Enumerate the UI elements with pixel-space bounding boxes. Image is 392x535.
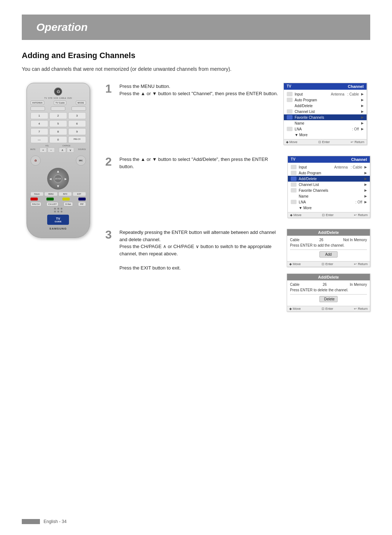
return-button[interactable]: Return — [30, 192, 44, 196]
channel-num-1: 26 — [319, 238, 323, 242]
top-buttons-row: ANTENNA TV Guide MODE — [30, 101, 86, 105]
channel-title-2: Channel — [351, 157, 367, 162]
func-btn-2[interactable] — [51, 106, 65, 111]
nav-left-arrow[interactable]: ◄ — [49, 177, 52, 181]
ch-page-label: CH/PAGE — [62, 145, 70, 147]
green-button[interactable] — [46, 198, 54, 200]
num-1[interactable]: 1 — [30, 112, 48, 119]
favorite-label-1: Favorite Channels — [295, 115, 359, 119]
num-4[interactable]: 4 — [30, 120, 48, 127]
channel-menu-panel-2: TV Channel Input Antenna : Cable ▶ Auto — [287, 156, 370, 218]
num-3[interactable]: 3 — [68, 112, 86, 119]
menu-row-favorite-1: Favorite Channels ▶ — [284, 114, 367, 120]
antenna-val-2: Antenna : Cable — [334, 165, 362, 169]
d-net-button[interactable]: D-Net — [64, 202, 73, 206]
add-delete-body-2: Cable 26 In Memory Press ENTER to delete… — [287, 280, 370, 306]
nav-right-arrow[interactable]: ► — [64, 177, 68, 181]
ch-down[interactable]: ∨ — [67, 147, 74, 153]
more-spacer-2 — [291, 206, 297, 210]
favorite-label-2: Favorite Channels — [299, 189, 362, 192]
nav-up-arrow[interactable]: ▲ — [56, 169, 60, 173]
func-btn-3[interactable] — [72, 106, 86, 111]
del-footer-move: ◆ Move — [289, 307, 301, 311]
more-spacer-1 — [287, 133, 293, 137]
menu-row-name-2: Name ▶ — [288, 193, 370, 199]
menu-row-auto-program-2: Auto Program ▶ — [288, 170, 370, 176]
menu-row-name-1: Name ▶ — [284, 120, 367, 126]
vol-down[interactable]: − — [48, 147, 55, 153]
mute-button[interactable]: 🔇 — [30, 155, 41, 166]
menu-row-lna-1: LNA : Off ▶ — [284, 126, 367, 132]
num-dash[interactable]: — — [30, 136, 48, 143]
step-3-block: 3 Repeatedly pressing the ENTER button w… — [105, 229, 370, 315]
pip-button[interactable]: PIP — [78, 202, 86, 206]
more-label-2: ▼ More — [299, 206, 367, 210]
add-message-2: Press ENTER to delete the channel. — [290, 288, 367, 292]
add-delete-panel-1: Add/Delete Cable 26 Not In Memory Press … — [287, 229, 370, 267]
intro-text: You can add channels that were not memor… — [22, 66, 370, 72]
sound-icon-1 — [287, 109, 293, 114]
fav-ch-button[interactable]: FAV.CH — [30, 202, 42, 206]
source-label: SOURCE — [78, 148, 86, 150]
section-title: Adding and Erasing Channels — [22, 51, 370, 60]
menu-row-favorite-2: Favorite Channels ▶ — [288, 187, 370, 193]
add-footer-return: ↩ Return — [354, 262, 368, 266]
picture-icon-2 — [291, 171, 297, 175]
blue-button[interactable] — [78, 198, 86, 200]
auto-program-label-2: Auto Program — [299, 171, 362, 175]
mode-cable: CABLE — [59, 97, 66, 99]
input-label-1: Input — [295, 92, 329, 96]
ch-list-button[interactable]: CH.LIST — [46, 202, 58, 206]
tv-guide-button[interactable]: TV Guide — [54, 101, 66, 105]
step-1-text: Press the MENU button. Press the ▲ or ▼ … — [119, 83, 278, 97]
menu-row-channel-list-1: Channel List ▶ — [284, 109, 367, 114]
red-button[interactable] — [30, 198, 38, 200]
navigation-circle[interactable]: ▲ ▼ ◄ ► ENTER — [47, 168, 69, 190]
picture-icon-1 — [287, 98, 293, 102]
pre-ch-button[interactable]: PRE-CH — [68, 136, 86, 143]
info-button[interactable]: INFO — [58, 192, 72, 196]
add-delete-arrow-2: ▶ — [364, 177, 367, 181]
step-1-number: 1 — [105, 83, 114, 94]
antenna-button[interactable]: ANTENNA — [30, 101, 45, 105]
add-delete-footer-1: ◆ Move ⊡ Enter ↩ Return — [287, 261, 370, 267]
num-2[interactable]: 2 — [49, 112, 67, 119]
lna-arrow-1: ▶ — [361, 127, 364, 131]
name-label-1: Name — [295, 121, 359, 125]
mode-button[interactable]: MODE — [76, 101, 86, 105]
lna-label-1: LNA — [295, 127, 350, 131]
indicator-dots-2 — [30, 211, 86, 212]
menu-row-more-1: ▼ More — [284, 132, 367, 138]
menu-button[interactable]: MENU — [44, 192, 58, 196]
vol-up[interactable]: + — [40, 147, 47, 153]
delete-button[interactable]: Delete — [319, 296, 338, 302]
num-9[interactable]: 9 — [68, 128, 86, 135]
channel-icon-1 — [287, 115, 293, 119]
num-8[interactable]: 8 — [49, 128, 67, 135]
source-button[interactable]: SRC — [76, 155, 86, 166]
footer-bar — [22, 519, 40, 524]
channel-panel-2-header: TV Channel — [288, 156, 370, 163]
func-btn-1[interactable] — [30, 106, 45, 111]
yellow-button[interactable] — [62, 198, 70, 200]
ch-up[interactable]: ∧ — [59, 147, 66, 153]
add-button[interactable]: Add — [319, 251, 338, 258]
add-delete-arrow-1: ▶ — [361, 104, 364, 108]
nav-down-arrow[interactable]: ▼ — [56, 184, 60, 188]
memory-status-1: Not In Memory — [343, 238, 367, 242]
vol-label: VOL — [45, 145, 49, 147]
remote-container: ⏻ TV STB VCR CABLE DVD ANTENNA TV Guide … — [22, 83, 94, 238]
channel-panel-1-body: Input Antenna : Cable ▶ Auto Program ▶ A… — [284, 90, 367, 139]
name-label-2: Name — [299, 194, 362, 198]
exit-button[interactable]: EXIT — [73, 192, 86, 196]
power-button[interactable]: ⏻ — [54, 88, 62, 96]
footer-return-1: ↩ Return — [351, 140, 364, 144]
enter-button[interactable]: ENTER — [54, 174, 62, 183]
num-5[interactable]: 5 — [49, 120, 67, 127]
add-delete-info-1: Cable 26 Not In Memory — [290, 238, 367, 242]
page-header: Operation — [22, 15, 370, 40]
num-6[interactable]: 6 — [68, 120, 86, 127]
channel-title-1: Channel — [348, 84, 363, 89]
num-7[interactable]: 7 — [30, 128, 48, 135]
num-0[interactable]: 0 — [49, 136, 67, 143]
